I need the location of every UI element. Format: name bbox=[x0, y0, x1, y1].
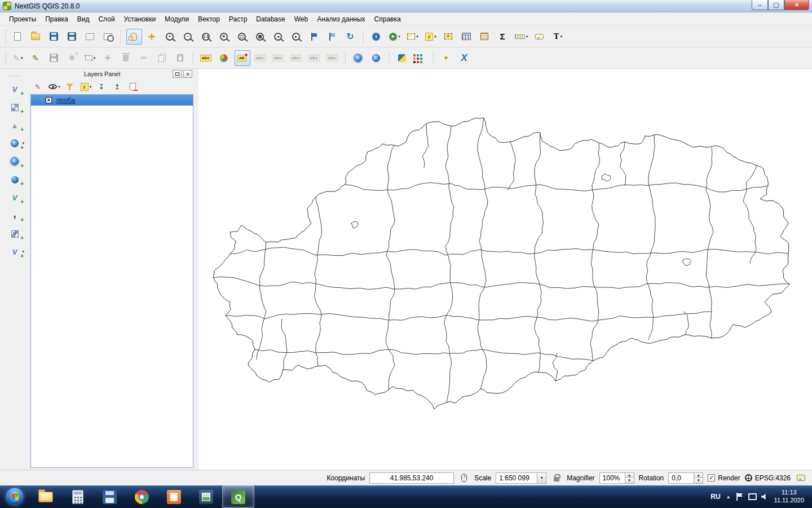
nextgis-connect-button[interactable] bbox=[413, 50, 429, 66]
save-app-button[interactable] bbox=[94, 485, 126, 508]
zoom-native-button[interactable]: 1:1 bbox=[198, 29, 214, 45]
copy-features-button[interactable] bbox=[155, 50, 170, 66]
coordinates-input[interactable]: 41.985,53.240 bbox=[369, 472, 454, 484]
explorer-button[interactable] bbox=[29, 485, 61, 508]
network-icon[interactable] bbox=[748, 493, 756, 500]
layer-checkbox[interactable] bbox=[46, 97, 52, 103]
new-bookmark-button[interactable] bbox=[307, 29, 323, 45]
vertex-tool-button[interactable]: ▾ bbox=[82, 50, 98, 66]
field-calculator-button[interactable] bbox=[477, 29, 493, 45]
show-hide-labels-button[interactable]: abc bbox=[271, 50, 286, 66]
filter-by-expression-button[interactable]: ε▾ bbox=[79, 80, 94, 94]
rotation-value[interactable]: 0,0 bbox=[668, 472, 694, 484]
hidden-icons-arrow-icon[interactable]: ▲ bbox=[726, 494, 731, 500]
close-button[interactable]: × bbox=[784, 0, 809, 10]
change-label-button[interactable]: abc bbox=[325, 50, 341, 66]
layer-item[interactable]: проба bbox=[31, 95, 193, 106]
add-virtual-layer-button[interactable]: V bbox=[5, 190, 25, 205]
zoom-next-button[interactable]: ▸ bbox=[289, 29, 304, 45]
menu-data-analysis[interactable]: Анализ данных bbox=[312, 14, 369, 25]
web-services-button[interactable] bbox=[369, 50, 385, 66]
scale-value[interactable]: 1:650 099 bbox=[496, 472, 537, 484]
add-delimited-text-layer-button[interactable]: , bbox=[5, 208, 25, 224]
pan-map-button[interactable] bbox=[126, 29, 142, 45]
new-print-layout-button[interactable] bbox=[82, 29, 98, 45]
rotate-label-button[interactable]: abc bbox=[307, 50, 323, 66]
render-toggle[interactable]: Render bbox=[708, 474, 740, 482]
zoom-last-button[interactable]: ◂ bbox=[271, 29, 286, 45]
layout-manager-button[interactable] bbox=[100, 29, 116, 45]
spin-up-icon[interactable] bbox=[694, 473, 703, 479]
python-console-button[interactable] bbox=[395, 50, 411, 66]
calculator-button[interactable] bbox=[61, 485, 94, 508]
manage-map-themes-button[interactable]: ▾ bbox=[47, 80, 62, 94]
add-mesh-layer-button[interactable]: ▲ bbox=[5, 117, 25, 133]
menu-settings[interactable]: Установки bbox=[120, 14, 160, 25]
chrome-button[interactable] bbox=[126, 485, 158, 508]
open-attribute-table-button[interactable] bbox=[459, 29, 475, 45]
run-feature-action-button[interactable]: ▸▾ bbox=[387, 29, 403, 45]
add-feature-button[interactable] bbox=[64, 50, 80, 66]
crs-button[interactable]: EPSG:4326 bbox=[745, 474, 791, 482]
spin-down-icon[interactable] bbox=[694, 478, 703, 483]
menu-plugins[interactable]: Модули bbox=[160, 14, 193, 25]
deselect-features-button[interactable]: × bbox=[441, 29, 457, 45]
scale-combobox[interactable]: 1:650 099 bbox=[496, 472, 546, 484]
zoom-to-layer-button[interactable]: ▤ bbox=[253, 29, 268, 45]
save-project-button[interactable] bbox=[46, 29, 62, 45]
nextgis-button[interactable]: X bbox=[457, 50, 473, 66]
panel-splitter[interactable] bbox=[195, 69, 198, 470]
clock[interactable]: 11:13 11.11.2020 bbox=[774, 489, 806, 505]
text-annotation-button[interactable]: T▾ bbox=[550, 29, 566, 45]
move-label-button[interactable]: abc bbox=[289, 50, 304, 66]
select-by-expression-button[interactable]: ε▾ bbox=[423, 29, 439, 45]
toolbar-grip[interactable] bbox=[5, 51, 6, 65]
save-layer-edits-button[interactable] bbox=[46, 50, 62, 66]
cut-features-button[interactable]: ✂ bbox=[136, 50, 152, 66]
statistical-summary-button[interactable]: Σ bbox=[495, 29, 511, 45]
zoom-in-button[interactable]: + bbox=[162, 29, 178, 45]
collapse-all-button[interactable]: ↥ bbox=[111, 80, 125, 94]
add-wfs-layer-button[interactable] bbox=[5, 154, 25, 169]
menu-vector[interactable]: Вектор bbox=[193, 14, 224, 25]
add-raster-layer-button[interactable] bbox=[5, 99, 25, 115]
menu-help[interactable]: Справка bbox=[370, 14, 405, 25]
minimize-button[interactable]: – bbox=[752, 0, 768, 10]
refresh-map-button[interactable]: ↻ bbox=[343, 29, 359, 45]
menu-edit[interactable]: Правка bbox=[41, 14, 73, 25]
map-tips-button[interactable] bbox=[532, 29, 548, 45]
select-features-button[interactable]: ▾ bbox=[405, 29, 421, 45]
menu-raster[interactable]: Растр bbox=[224, 14, 251, 25]
metasearch-button[interactable] bbox=[351, 50, 367, 66]
close-panel-button[interactable] bbox=[183, 70, 192, 78]
toolbar-grip[interactable] bbox=[5, 30, 6, 43]
messages-button[interactable] bbox=[795, 472, 806, 484]
add-wms-layer-button[interactable]: ▾ bbox=[5, 135, 25, 151]
language-indicator[interactable]: RU bbox=[710, 493, 720, 501]
rotation-spinbox[interactable]: 0,0 bbox=[668, 472, 703, 484]
labeling-options-button[interactable]: abc bbox=[198, 50, 214, 66]
lock-scale-button[interactable] bbox=[551, 472, 562, 484]
toolbar-grip[interactable] bbox=[8, 76, 21, 77]
measure-button[interactable]: ▾ bbox=[513, 29, 530, 45]
menu-web[interactable]: Web bbox=[290, 14, 312, 25]
layers-panel-titlebar[interactable]: Layers Panel bbox=[29, 69, 195, 79]
add-vector-tile-layer-button[interactable] bbox=[5, 226, 25, 242]
float-panel-button[interactable] bbox=[173, 70, 182, 78]
geocoder-button[interactable]: ✦ bbox=[439, 50, 454, 66]
maximize-button[interactable]: ▢ bbox=[768, 0, 784, 10]
add-wcs-layer-button[interactable] bbox=[5, 172, 25, 187]
qgis-button[interactable]: Q bbox=[222, 485, 254, 508]
zoom-full-button[interactable]: ✳ bbox=[217, 29, 232, 45]
scale-dropdown-icon[interactable] bbox=[537, 472, 546, 484]
open-project-button[interactable] bbox=[28, 29, 44, 45]
menu-projects[interactable]: Проекты bbox=[5, 14, 41, 25]
documents-app-button[interactable] bbox=[158, 485, 190, 508]
menu-view[interactable]: Вид bbox=[73, 14, 94, 25]
open-layer-styling-button[interactable]: ✎ bbox=[31, 80, 46, 94]
pan-to-selection-button[interactable]: ✛ bbox=[144, 29, 160, 45]
remove-layer-button[interactable] bbox=[126, 80, 141, 94]
magnifier-spinbox[interactable]: 100% bbox=[599, 472, 634, 484]
save-project-as-button[interactable] bbox=[64, 29, 80, 45]
identify-features-button[interactable]: i bbox=[369, 29, 385, 45]
